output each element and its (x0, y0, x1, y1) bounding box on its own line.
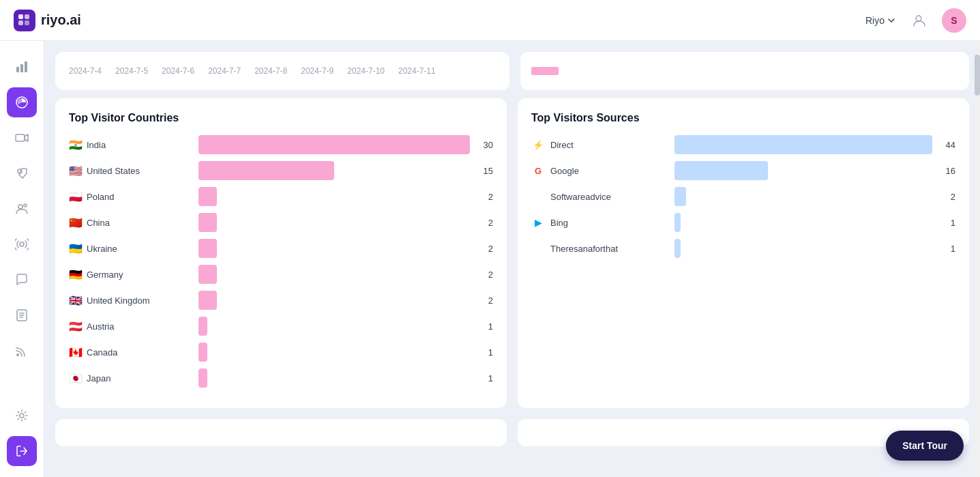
country-flag-icon: 🇬🇧 (69, 294, 83, 307)
country-name: United States (87, 166, 140, 176)
country-name: China (87, 218, 110, 228)
top-visitor-countries-card: Top Visitor Countries 🇮🇳India30🇺🇸United … (55, 98, 507, 408)
source-name: Bing (550, 218, 568, 228)
source-row: GGoogle16 (531, 161, 955, 180)
country-label: 🇺🇸United States (69, 164, 192, 177)
right-top-card (520, 52, 969, 90)
country-flag-icon: 🇺🇦 (69, 242, 83, 255)
top-visitor-sources-card: Top Visitors Sources ⚡Direct44GGoogle16S… (518, 98, 969, 408)
source-label: GGoogle (531, 164, 668, 177)
country-bar-fill (198, 239, 217, 258)
logo: riyo.ai (14, 10, 81, 31)
country-label: 🇦🇹Austria (69, 320, 192, 333)
source-name: Theresanaforthat (550, 244, 618, 254)
scrollbar-thumb[interactable] (975, 55, 980, 96)
source-icon: ⚡ (531, 138, 545, 151)
country-name: India (87, 140, 106, 150)
date-label: 2024-7-9 (301, 66, 333, 76)
country-count: 2 (477, 270, 493, 280)
country-label: 🇵🇱Poland (69, 190, 192, 203)
country-name: Poland (87, 192, 114, 202)
country-bar-container (198, 368, 470, 388)
svg-rect-7 (25, 61, 27, 72)
legend-bar (531, 67, 559, 75)
source-bar-fill (674, 161, 768, 180)
chevron-down-icon (887, 16, 895, 25)
country-flag-icon: 🇦🇹 (69, 320, 83, 333)
source-bar-container (674, 187, 932, 206)
source-label: Theresanaforthat (531, 242, 668, 255)
user-menu[interactable]: Riyo (865, 15, 895, 26)
sources-list: ⚡Direct44GGoogle16Softwareadvice2▶Bing1T… (531, 135, 955, 258)
country-name: Canada (87, 347, 118, 358)
country-bar-container (198, 317, 470, 336)
sidebar (0, 41, 44, 477)
sidebar-logout-button[interactable] (7, 436, 37, 466)
sidebar-item-chat[interactable] (7, 265, 37, 295)
source-icon: G (531, 164, 545, 177)
source-bar-fill (674, 187, 686, 206)
country-count: 2 (477, 244, 493, 254)
source-label: ▶Bing (531, 216, 668, 229)
country-row: 🇺🇦Ukraine2 (69, 239, 493, 258)
sidebar-item-analytics[interactable] (7, 52, 37, 82)
svg-rect-2 (18, 20, 23, 25)
source-icon (531, 242, 545, 255)
logo-text: riyo.ai (41, 12, 81, 28)
svg-rect-3 (25, 20, 29, 25)
source-icon: ▶ (531, 216, 545, 229)
country-label: 🇬🇧United Kingdom (69, 294, 192, 307)
country-label: 🇩🇪Germany (69, 268, 192, 281)
country-flag-icon: 🇯🇵 (69, 372, 83, 385)
country-bar-container (198, 239, 470, 258)
start-tour-button[interactable]: Start Tour (886, 431, 964, 461)
countries-title: Top Visitor Countries (69, 112, 493, 124)
country-flag-icon: 🇩🇪 (69, 268, 83, 281)
source-label: Softwareadvice (531, 190, 668, 203)
country-row: 🇮🇳India30 (69, 135, 493, 154)
country-label: 🇨🇦Canada (69, 346, 192, 359)
source-bar-container (674, 213, 932, 232)
sidebar-item-settings[interactable] (7, 401, 37, 431)
country-label: 🇯🇵Japan (69, 372, 192, 385)
notifications-icon[interactable] (906, 8, 931, 33)
sources-title: Top Visitors Sources (531, 112, 955, 124)
date-label: 2024-7-6 (162, 66, 194, 76)
sidebar-item-feed[interactable] (7, 336, 37, 366)
country-row: 🇬🇧United Kingdom2 (69, 291, 493, 310)
country-count: 1 (477, 373, 493, 384)
source-name: Google (550, 166, 579, 176)
source-count: 1 (939, 244, 955, 254)
main-content: 2024-7-42024-7-52024-7-62024-7-72024-7-8… (44, 41, 980, 477)
source-name: Softwareadvice (550, 192, 611, 202)
country-flag-icon: 🇨🇦 (69, 346, 83, 359)
source-bar-container (674, 239, 932, 258)
country-bar-container (198, 291, 470, 310)
user-avatar[interactable]: S (942, 8, 966, 33)
svg-rect-9 (16, 134, 25, 141)
country-count: 30 (477, 140, 493, 150)
scrollbar-track[interactable] (975, 41, 980, 477)
country-flag-icon: 🇮🇳 (69, 139, 83, 151)
country-bar-fill (198, 291, 217, 310)
source-count: 16 (939, 166, 955, 176)
svg-point-19 (20, 414, 24, 418)
country-bar-container (198, 187, 470, 206)
country-row: 🇵🇱Poland2 (69, 187, 493, 206)
header: riyo.ai Riyo S (0, 0, 980, 41)
sidebar-item-notes[interactable] (7, 300, 37, 330)
svg-rect-1 (25, 14, 29, 19)
svg-rect-0 (18, 14, 23, 19)
dates-card: 2024-7-42024-7-52024-7-62024-7-72024-7-8… (55, 52, 509, 90)
source-bar-container (674, 135, 932, 154)
country-bar-fill (198, 161, 334, 180)
country-row: 🇺🇸United States15 (69, 161, 493, 180)
sidebar-item-users[interactable] (7, 194, 37, 224)
sidebar-item-broadcast[interactable] (7, 229, 37, 259)
sidebar-item-reports[interactable] (7, 87, 37, 117)
country-bar-fill (198, 317, 207, 336)
country-name: Austria (87, 321, 114, 332)
country-count: 1 (477, 321, 493, 332)
sidebar-item-video[interactable] (7, 123, 37, 153)
sidebar-item-tags[interactable] (7, 158, 37, 188)
